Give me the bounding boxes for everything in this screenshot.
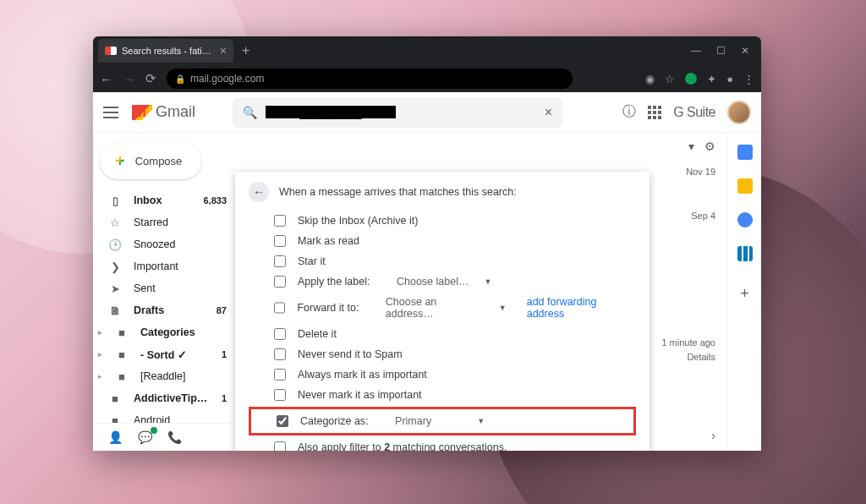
filter-option-always-important[interactable]: Always mark it as important [249,364,636,385]
checkbox[interactable] [274,215,286,227]
filter-option-also-apply[interactable]: Also apply filter to 2 matching conversa… [249,437,636,451]
extensions-puzzle-icon[interactable]: ✦ [707,73,716,85]
sidebar-item-categories[interactable]: ▸■Categories [93,321,237,343]
date-label: Nov 19 [686,167,715,177]
trello-icon[interactable] [737,246,753,261]
tasks-icon[interactable] [737,212,753,227]
gmail-m-icon [132,105,152,120]
details-link[interactable]: Details [661,350,715,364]
back-icon[interactable]: ← [100,72,112,86]
chevron-right-icon: ▸ [98,328,105,337]
folder-list: ▯Inbox6,833☆Starred🕒Snoozed❯Important➤Se… [93,189,237,451]
checkbox[interactable] [274,328,286,340]
sidebar-item-sent[interactable]: ➤Sent [93,277,237,299]
sidebar-bottom-bar: 👤 💬 📞 [93,423,237,451]
folder-label: Drafts [134,304,205,316]
label-dropdown[interactable]: Choose label… [397,276,469,288]
chrome-window: Search results - fatima@addicti × + — ☐ … [93,36,761,451]
gmail-logo[interactable]: Gmail [132,103,195,121]
side-panel: + [727,133,761,451]
filter-option-skip-inbox[interactable]: Skip the Inbox (Archive it) [249,211,636,231]
header-right: ⓘ G Suite [622,101,751,124]
address-bar[interactable]: 🔒 mail.google.com [167,68,573,89]
filter-option-star[interactable]: Star it [249,251,636,271]
split-icon[interactable]: ▾ [688,140,694,153]
expand-panel-icon[interactable]: › [711,429,715,442]
sidebar-item-starred[interactable]: ☆Starred [93,211,237,233]
settings-gear-icon[interactable]: ⚙ [704,140,715,153]
extension-icon[interactable] [685,73,697,85]
gmail-body: + Compose ▯Inbox6,833☆Starred🕒Snoozed❯Im… [93,133,761,451]
search-query-redacted: ████████ [266,106,396,118]
gmail-app: Gmail 🔍 ████████ × ⓘ G Suite + Compose ▯… [93,92,761,451]
sidebar-item-important[interactable]: ❯Important [93,255,237,277]
eye-icon[interactable]: ◉ [645,73,655,85]
gmail-header: Gmail 🔍 ████████ × ⓘ G Suite [93,92,761,133]
filter-option-mark-read[interactable]: Mark as read [249,231,636,251]
contacts-icon[interactable]: 👤 [108,430,123,444]
checkbox[interactable] [274,276,286,288]
compose-button[interactable]: + Compose [100,143,201,179]
phone-icon[interactable]: 📞 [167,430,182,444]
forward-icon: → [123,72,135,86]
filter-option-apply-label[interactable]: Apply the label: Choose label…▼ [249,271,636,292]
main-menu-icon[interactable] [103,107,118,118]
add-addon-icon[interactable]: + [740,285,749,303]
folder-icon: ▯ [108,194,122,207]
checkbox[interactable] [274,389,286,401]
checkbox[interactable] [274,369,286,381]
close-tab-icon[interactable]: × [220,44,227,58]
search-input[interactable]: 🔍 ████████ × [233,97,562,128]
profile-icon[interactable]: ● [726,73,733,85]
activity-time: 1 minute ago [661,336,715,350]
filter-option-delete[interactable]: Delete it [249,324,636,344]
filter-option-never-important[interactable]: Never mark it as important [249,385,636,405]
bookmark-star-icon[interactable]: ☆ [665,73,675,85]
folder-label: AddictiveTips: Wi… [134,392,210,404]
checkbox[interactable] [274,348,286,360]
clear-search-icon[interactable]: × [545,105,552,120]
account-avatar[interactable] [727,101,751,124]
reload-icon[interactable]: ⟳ [145,71,156,86]
minimize-icon[interactable]: — [691,45,701,57]
gsuite-label: G Suite [673,105,715,120]
hangouts-icon[interactable]: 💬 [138,430,152,444]
new-tab-button[interactable]: + [233,43,258,58]
sidebar-item--readdle-[interactable]: ▸■[Readdle] [93,365,237,387]
filter-option-never-spam[interactable]: Never send it to Spam [249,344,636,364]
add-forwarding-link[interactable]: add forwarding address [527,296,633,320]
chrome-menu-icon[interactable]: ⋮ [743,73,754,85]
tab-strip: Search results - fatima@addicti × + — ☐ … [93,36,761,65]
list-toolbar: ▾ ⚙ [688,140,715,153]
chevron-right-icon: ▸ [98,372,105,381]
address-bar-row: ← → ⟳ 🔒 mail.google.com ◉ ☆ ✦ ● ⋮ [93,65,761,92]
checkbox[interactable] [274,255,286,267]
filter-option-categorize[interactable]: Categorize as: Primary▼ [251,411,633,431]
filter-option-forward[interactable]: Forward it to: Choose an address…▼add fo… [249,292,636,324]
checkbox[interactable] [274,441,286,451]
close-window-icon[interactable]: ✕ [741,45,749,57]
sidebar-item-addictivetips-wi-[interactable]: ■AddictiveTips: Wi…1 [93,387,237,409]
category-dropdown[interactable]: Primary [395,415,431,427]
folder-icon: ☆ [108,216,122,229]
sidebar-item--sortd-[interactable]: ▸■- Sortd ✓1 [93,343,237,365]
checkbox[interactable] [277,415,288,427]
help-icon[interactable]: ⓘ [622,103,636,121]
maximize-icon[interactable]: ☐ [716,45,726,57]
keep-icon[interactable] [737,178,753,194]
sidebar-item-inbox[interactable]: ▯Inbox6,833 [93,189,237,211]
apps-grid-icon[interactable] [648,106,661,119]
folder-count: 1 [222,393,227,403]
date-column: Nov 19 Sep 4 [686,167,715,255]
tab-title: Search results - fatima@addicti [122,46,215,56]
browser-tab[interactable]: Search results - fatima@addicti × [98,39,233,63]
folder-label: [Readdle] [140,370,227,382]
lock-icon: 🔒 [175,74,185,84]
checkbox[interactable] [274,302,285,314]
checkbox[interactable] [274,235,286,247]
calendar-icon[interactable] [737,145,753,160]
sidebar-item-drafts[interactable]: 🗎Drafts87 [93,299,237,321]
popup-back-button[interactable]: ← [249,182,269,202]
sidebar-item-snoozed[interactable]: 🕒Snoozed [93,233,237,255]
address-dropdown[interactable]: Choose an address… [386,296,484,320]
